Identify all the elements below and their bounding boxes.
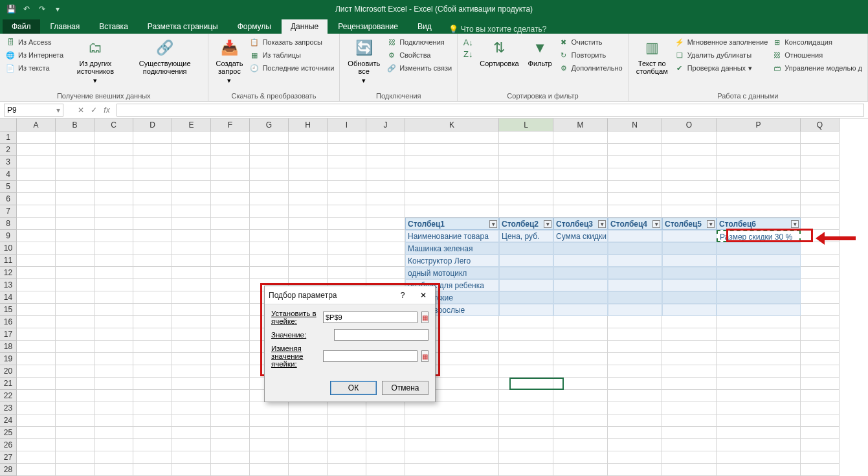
cell-O21[interactable] bbox=[662, 378, 717, 390]
cell-C12[interactable] bbox=[95, 267, 133, 279]
show-queries-button[interactable]: 📋Показать запросы bbox=[249, 36, 334, 48]
cell-K24[interactable] bbox=[405, 414, 499, 427]
cell-C26[interactable] bbox=[95, 439, 133, 451]
spreadsheet-grid[interactable]: ABCDEFGHIJKLMNOPQ 1234567891011121314151… bbox=[0, 119, 868, 476]
create-query-button[interactable]: 📥Создать запрос▾ bbox=[214, 36, 246, 85]
cell-G11[interactable] bbox=[250, 255, 289, 267]
cell-A12[interactable] bbox=[17, 267, 56, 279]
cell-Q6[interactable] bbox=[801, 193, 840, 205]
cell-Q5[interactable] bbox=[801, 181, 840, 193]
tab-file[interactable]: Файл bbox=[3, 19, 40, 34]
cell-E8[interactable] bbox=[172, 218, 211, 230]
edit-links-button[interactable]: 🔗Изменить связи bbox=[386, 62, 452, 74]
cell-J12[interactable] bbox=[366, 267, 405, 279]
col-header-P[interactable]: P bbox=[717, 119, 801, 131]
cell-D3[interactable] bbox=[133, 156, 172, 168]
cell-C17[interactable] bbox=[95, 328, 133, 341]
cell-L11[interactable] bbox=[499, 255, 553, 267]
cell-F22[interactable] bbox=[211, 390, 250, 402]
cell-O12[interactable] bbox=[662, 267, 717, 279]
row-header-18[interactable]: 18 bbox=[0, 341, 17, 353]
cell-M16[interactable] bbox=[553, 316, 608, 328]
cell-O7[interactable] bbox=[662, 205, 717, 218]
cell-J28[interactable] bbox=[366, 464, 405, 476]
cell-P4[interactable] bbox=[717, 168, 801, 181]
cell-N9[interactable] bbox=[608, 230, 662, 242]
cell-Q21[interactable] bbox=[801, 378, 840, 390]
cell-G10[interactable] bbox=[250, 242, 289, 255]
cell-P15[interactable] bbox=[717, 304, 801, 316]
cell-E19[interactable] bbox=[172, 353, 211, 365]
cell-N28[interactable] bbox=[608, 464, 662, 476]
row-header-1[interactable]: 1 bbox=[0, 131, 17, 144]
cell-I2[interactable] bbox=[328, 144, 366, 156]
cell-D19[interactable] bbox=[133, 353, 172, 365]
clear-filter-button[interactable]: ✖Очистить bbox=[559, 36, 623, 48]
tab-home[interactable]: Главная bbox=[41, 19, 89, 34]
cell-C27[interactable] bbox=[95, 451, 133, 464]
cell-A27[interactable] bbox=[17, 451, 56, 464]
cell-K11[interactable]: Конструктор Лего bbox=[405, 255, 499, 267]
cell-C18[interactable] bbox=[95, 341, 133, 353]
from-web-button[interactable]: 🌐Из Интернета bbox=[5, 49, 63, 61]
cell-I26[interactable] bbox=[328, 439, 366, 451]
cell-Q22[interactable] bbox=[801, 390, 840, 402]
cell-M7[interactable] bbox=[553, 205, 608, 218]
tab-formulas[interactable]: Формулы bbox=[228, 19, 280, 34]
cell-N22[interactable] bbox=[608, 390, 662, 402]
col-header-B[interactable]: B bbox=[56, 119, 95, 131]
cell-C10[interactable] bbox=[95, 242, 133, 255]
cell-I6[interactable] bbox=[328, 193, 366, 205]
cell-P16[interactable] bbox=[717, 316, 801, 328]
cell-N25[interactable] bbox=[608, 427, 662, 439]
filter-dropdown-icon[interactable]: ▾ bbox=[791, 220, 799, 228]
text-to-cols-button[interactable]: ▥Текст по столбцам bbox=[634, 36, 671, 76]
cell-J10[interactable] bbox=[366, 242, 405, 255]
cell-A5[interactable] bbox=[17, 181, 56, 193]
cell-L23[interactable] bbox=[499, 402, 553, 414]
cell-B2[interactable] bbox=[56, 144, 95, 156]
col-header-C[interactable]: C bbox=[95, 119, 133, 131]
tab-data[interactable]: Данные bbox=[282, 19, 328, 34]
cell-M1[interactable] bbox=[553, 131, 608, 144]
relationships-button[interactable]: ⛓Отношения bbox=[772, 49, 862, 61]
cell-C28[interactable] bbox=[95, 464, 133, 476]
cell-D13[interactable] bbox=[133, 279, 172, 291]
tab-review[interactable]: Рецензирование bbox=[329, 19, 407, 34]
cell-D15[interactable] bbox=[133, 304, 172, 316]
cell-C7[interactable] bbox=[95, 205, 133, 218]
cell-A14[interactable] bbox=[17, 291, 56, 304]
cell-P6[interactable] bbox=[717, 193, 801, 205]
cancel-button[interactable]: Отмена bbox=[382, 381, 428, 395]
qat-customize-icon[interactable]: ▾ bbox=[52, 3, 63, 15]
cell-M11[interactable] bbox=[553, 255, 608, 267]
cell-Q10[interactable] bbox=[801, 242, 840, 255]
cell-A23[interactable] bbox=[17, 402, 56, 414]
cell-F3[interactable] bbox=[211, 156, 250, 168]
cell-K2[interactable] bbox=[405, 144, 499, 156]
cell-O23[interactable] bbox=[662, 402, 717, 414]
row-header-23[interactable]: 23 bbox=[0, 402, 17, 414]
cell-E10[interactable] bbox=[172, 242, 211, 255]
cell-D16[interactable] bbox=[133, 316, 172, 328]
cell-P26[interactable] bbox=[717, 439, 801, 451]
cell-M24[interactable] bbox=[553, 414, 608, 427]
value-input[interactable] bbox=[334, 329, 428, 341]
cell-I4[interactable] bbox=[328, 168, 366, 181]
cell-J9[interactable] bbox=[366, 230, 405, 242]
cell-N23[interactable] bbox=[608, 402, 662, 414]
cell-J3[interactable] bbox=[366, 156, 405, 168]
cell-N2[interactable] bbox=[608, 144, 662, 156]
row-header-7[interactable]: 7 bbox=[0, 205, 17, 218]
cell-H27[interactable] bbox=[289, 451, 328, 464]
select-all-corner[interactable] bbox=[0, 119, 17, 131]
cell-B27[interactable] bbox=[56, 451, 95, 464]
cell-G26[interactable] bbox=[250, 439, 289, 451]
cell-L26[interactable] bbox=[499, 439, 553, 451]
cell-F19[interactable] bbox=[211, 353, 250, 365]
cell-P20[interactable] bbox=[717, 365, 801, 378]
cell-B7[interactable] bbox=[56, 205, 95, 218]
cell-G8[interactable] bbox=[250, 218, 289, 230]
filter-dropdown-icon[interactable]: ▾ bbox=[544, 220, 551, 228]
cell-C14[interactable] bbox=[95, 291, 133, 304]
